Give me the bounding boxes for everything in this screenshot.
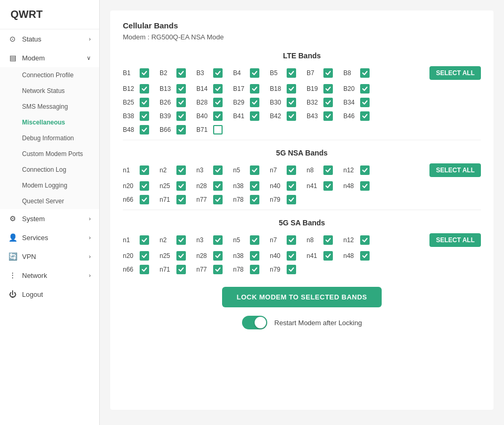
band-checkbox-n48[interactable] [360,181,370,191]
sidebar-item-custom-modem-ports[interactable]: Custom Modem Ports [0,146,99,162]
band-label-n5: n5 [233,236,248,244]
band-checkbox-n25[interactable] [176,181,186,191]
band-label-n77: n77 [196,266,211,273]
band-checkbox-B46[interactable] [360,111,370,121]
band-checkbox-n66[interactable] [140,265,149,274]
band-checkbox-n2[interactable] [176,165,186,175]
select-all-button-nsa[interactable]: SELECT ALL [429,163,481,177]
band-checkbox-B17[interactable] [250,84,259,94]
sidebar-item-connection-log[interactable]: Connection Log [0,162,99,178]
band-label-B20: B20 [343,85,358,92]
band-checkbox-B4[interactable] [250,68,259,78]
band-checkbox-n3[interactable] [213,235,223,245]
band-item-sa-2-3: n78 [233,265,259,274]
sidebar-item-sms-messaging[interactable]: SMS Messaging [0,99,99,115]
band-checkbox-n66[interactable] [140,195,149,204]
sidebar-item-debug-information[interactable]: Debug Information [0,130,99,146]
band-checkbox-n2[interactable] [176,235,186,245]
band-label-n77: n77 [196,196,211,203]
band-checkbox-B14[interactable] [213,84,223,94]
band-checkbox-B34[interactable] [360,98,370,107]
band-checkbox-n77[interactable] [213,195,223,204]
band-checkbox-B40[interactable] [213,111,223,121]
band-checkbox-B18[interactable] [287,84,296,94]
band-checkbox-B41[interactable] [250,111,259,121]
sidebar-item-quectel-server[interactable]: Quectel Server [0,193,99,209]
band-checkbox-n40[interactable] [287,181,296,191]
band-checkbox-B19[interactable] [323,84,333,94]
band-checkbox-B43[interactable] [323,111,333,121]
restart-toggle[interactable] [242,316,267,329]
band-label-B19: B19 [307,85,321,92]
band-checkbox-n7[interactable] [287,165,296,175]
band-checkbox-n28[interactable] [213,251,223,261]
sidebar-item-vpn[interactable]: 🔄 VPN › [0,247,99,266]
select-all-button-sa[interactable]: SELECT ALL [429,233,481,247]
sidebar-item-status[interactable]: ⊙ Status › [0,29,99,48]
sidebar-item-network[interactable]: ⋮ Network › [0,266,99,285]
sidebar-item-system[interactable]: ⚙ System › [0,209,99,228]
band-checkbox-n5[interactable] [250,165,259,175]
band-checkbox-n20[interactable] [140,251,149,261]
band-checkbox-n12[interactable] [360,165,370,175]
lock-modem-button[interactable]: LOCK MODEM TO SELECTED BANDS [222,287,382,307]
band-checkbox-B1[interactable] [140,68,149,78]
band-checkbox-n1[interactable] [140,165,149,175]
band-item-sa-2-1: n71 [160,265,186,274]
band-checkbox-n38[interactable] [250,251,259,261]
sidebar-item-modem[interactable]: ▤ Modem ∨ [0,48,99,67]
sidebar-item-connection-profile[interactable]: Connection Profile [0,67,99,83]
band-checkbox-n78[interactable] [250,195,259,204]
sidebar-item-modem-logging[interactable]: Modem Logging [0,178,99,193]
band-checkbox-n1[interactable] [140,235,149,245]
sidebar-item-logout[interactable]: ⏻ Logout [0,285,99,304]
band-checkbox-n7[interactable] [287,235,296,245]
band-checkbox-n71[interactable] [176,195,186,204]
band-checkbox-n41[interactable] [323,251,333,261]
band-checkbox-B66[interactable] [176,125,186,134]
band-checkbox-n79[interactable] [287,195,296,204]
sidebar-item-network-status[interactable]: Network Status [0,83,99,99]
band-checkbox-B48[interactable] [140,125,149,134]
band-checkbox-B38[interactable] [140,111,149,121]
band-checkbox-B30[interactable] [287,98,296,107]
sidebar-item-label: System [22,215,45,223]
band-checkbox-n40[interactable] [287,251,296,261]
band-checkbox-n78[interactable] [250,265,259,274]
band-item-lte-1-4: B18 [270,84,296,94]
band-checkbox-B25[interactable] [140,98,149,107]
sidebar-item-miscellaneous[interactable]: Miscellaneous [0,115,99,130]
band-checkbox-n3[interactable] [213,165,223,175]
band-checkbox-n8[interactable] [323,235,333,245]
band-checkbox-n77[interactable] [213,265,223,274]
band-checkbox-n12[interactable] [360,235,370,245]
band-checkbox-n48[interactable] [360,251,370,261]
select-all-button-lte[interactable]: SELECT ALL [429,66,481,80]
band-checkbox-B5[interactable] [287,68,296,78]
band-checkbox-B28[interactable] [213,98,223,107]
band-checkbox-B39[interactable] [176,111,186,121]
band-checkbox-B3[interactable] [213,68,223,78]
band-checkbox-B42[interactable] [287,111,296,121]
band-checkbox-n8[interactable] [323,165,333,175]
band-checkbox-B26[interactable] [176,98,186,107]
band-checkbox-B2[interactable] [176,68,186,78]
band-checkbox-n25[interactable] [176,251,186,261]
band-checkbox-B8[interactable] [360,68,370,78]
band-checkbox-B20[interactable] [360,84,370,94]
band-checkbox-n71[interactable] [176,265,186,274]
band-checkbox-n20[interactable] [140,181,149,191]
band-checkbox-n38[interactable] [250,181,259,191]
band-checkbox-B29[interactable] [250,98,259,107]
sidebar-item-services[interactable]: 👤 Services › [0,228,99,247]
band-checkbox-n5[interactable] [250,235,259,245]
band-checkbox-n79[interactable] [287,265,296,274]
band-checkbox-n41[interactable] [323,181,333,191]
band-checkbox-n28[interactable] [213,181,223,191]
band-item-nsa-1-0: n20 [123,181,149,191]
band-checkbox-B32[interactable] [323,98,333,107]
band-checkbox-B13[interactable] [176,84,186,94]
band-checkbox-B12[interactable] [140,84,149,94]
band-checkbox-B7[interactable] [323,68,333,78]
band-checkbox-B71[interactable] [213,125,223,134]
